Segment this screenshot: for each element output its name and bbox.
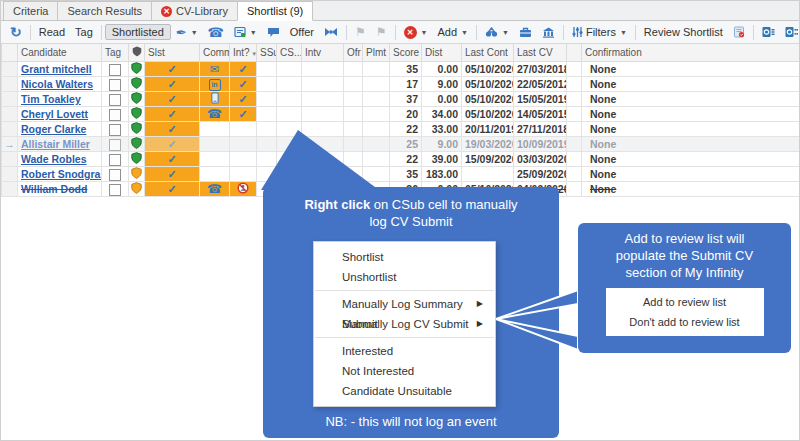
plmt-cell[interactable] [363,92,390,107]
review-option[interactable]: Don't add to review list [606,312,764,332]
candidate-link[interactable]: Wade Robles [21,153,87,165]
chat-icon[interactable] [262,25,285,40]
tab-criteria[interactable]: Criteria [3,1,58,20]
slst-cell[interactable]: ✓ [145,182,200,197]
intv-cell[interactable] [302,137,344,152]
ssub-cell[interactable] [257,167,277,182]
filters-button[interactable]: Filters▼ [567,24,632,40]
plmt-cell[interactable] [363,77,390,92]
close-icon[interactable]: ✕ [161,6,172,17]
menu-item[interactable]: Manually Log CV Submit▶ [314,314,495,334]
slst-cell[interactable]: ✓ [145,167,200,182]
briefcase-icon[interactable] [514,25,537,40]
column-header[interactable] [129,44,145,62]
table-row[interactable]: Nicola Walters✓in✓179.0005/10/202022/05/… [2,77,800,92]
menu-item[interactable]: Not Interested [314,361,495,381]
ssub-cell[interactable] [257,137,277,152]
read-button[interactable]: Read [34,24,70,40]
int-cell[interactable] [230,182,257,197]
column-header[interactable]: SSub [257,44,277,62]
ssub-cell[interactable] [257,152,277,167]
ssub-cell[interactable] [257,107,277,122]
add-button[interactable]: Add▼ [432,24,473,40]
csub-cell[interactable] [277,122,302,137]
table-row[interactable]: Grant mitchell✓✉✓350.0005/10/202027/03/2… [2,62,800,77]
column-header[interactable]: Ofr [344,44,363,62]
tag-checkbox[interactable] [109,94,121,106]
chevron-down-icon[interactable]: ▼ [421,29,428,36]
candidate-link[interactable]: Grant mitchell [21,63,92,75]
tab-cv-library[interactable]: ✕CV-Library [151,1,238,20]
intv-cell[interactable] [302,62,344,77]
slst-cell[interactable]: ✓ [145,92,200,107]
refresh-icon[interactable]: ↻ [5,22,27,42]
intv-cell[interactable] [302,152,344,167]
contact-card-icon[interactable]: ▼ [229,24,262,40]
tag-checkbox[interactable] [109,124,121,136]
menu-item[interactable]: Manually Log Summary Submit▶ [314,294,495,314]
int-cell[interactable] [230,152,257,167]
review-clipboard-icon[interactable] [728,24,750,40]
ofr-cell[interactable] [344,77,363,92]
export-contacts-icon[interactable] [780,24,800,40]
table-row[interactable]: →Allistair Miller✓259.0019/03/202010/09/… [2,137,800,152]
candidate-link[interactable]: Cheryl Lovett [21,108,88,120]
int-cell[interactable]: ✓ [230,92,257,107]
export-outlook-icon[interactable] [757,24,780,40]
slst-cell[interactable]: ✓ [145,137,200,152]
table-row[interactable]: Robert Snodgrass✓35183.0025/09/2020None [2,167,800,182]
ofr-cell[interactable] [344,122,363,137]
chevron-down-icon[interactable]: ▼ [191,29,198,36]
ofr-cell[interactable] [344,62,363,77]
tag-checkbox[interactable] [109,79,121,91]
column-header[interactable]: Dist [422,44,462,62]
shortlisted-toggle[interactable]: Shortlisted [105,24,171,40]
slst-cell[interactable]: ✓ [145,122,200,137]
menu-item[interactable]: Unshortlist [314,267,495,287]
candidate-link[interactable]: Roger Clarke [21,123,86,135]
slst-cell[interactable]: ✓ [145,107,200,122]
candidate-link[interactable]: Allistair Miller [21,138,90,150]
chevron-down-icon[interactable]: ▼ [502,29,509,36]
int-cell[interactable]: ✓ [230,62,257,77]
column-header[interactable]: Last CV [514,44,567,62]
intv-cell[interactable] [302,107,344,122]
column-header[interactable]: Slst [145,44,200,62]
tag-button[interactable]: Tag [70,24,98,40]
column-header[interactable]: CS... [277,44,302,62]
column-header[interactable]: Intv [302,44,344,62]
tag-checkbox[interactable] [109,139,121,151]
slst-cell[interactable]: ✓ [145,62,200,77]
int-cell[interactable] [230,137,257,152]
intv-cell[interactable] [302,77,344,92]
plmt-cell[interactable] [363,137,390,152]
column-header[interactable] [567,44,582,62]
csub-cell[interactable] [277,167,302,182]
column-header[interactable]: Confirmation [582,44,800,62]
column-header[interactable]: Last Cont [462,44,514,62]
table-row[interactable]: Tim Toakley✓✓370.0005/10/202015/05/2019N… [2,92,800,107]
bowtie-icon[interactable] [319,25,343,39]
chevron-down-icon[interactable]: ▼ [250,29,257,36]
intv-cell[interactable] [302,92,344,107]
review-shortlist-button[interactable]: Review Shortlist [639,24,728,40]
slst-cell[interactable]: ✓ [145,152,200,167]
plmt-cell[interactable] [363,122,390,137]
int-cell[interactable]: ✓ [230,77,257,92]
menu-item[interactable]: Shortlist [314,247,495,267]
table-row[interactable]: Cheryl Lovett✓☎✓2034.0005/10/202014/05/2… [2,107,800,122]
candidate-link[interactable]: William Dodd [21,183,87,195]
csub-cell[interactable] [277,152,302,167]
ssub-cell[interactable] [257,122,277,137]
tag-checkbox[interactable] [109,184,121,196]
intv-cell[interactable] [302,122,344,137]
tag-checkbox[interactable] [109,64,121,76]
remove-icon[interactable]: ✕▼ [399,24,433,41]
int-cell[interactable] [230,167,257,182]
ofr-cell[interactable] [344,107,363,122]
ssub-cell[interactable] [257,77,277,92]
candidate-link[interactable]: Robert Snodgrass [21,168,102,180]
comm-cell[interactable]: ☎ [200,107,230,122]
plmt-cell[interactable] [363,62,390,77]
ofr-cell[interactable] [344,92,363,107]
